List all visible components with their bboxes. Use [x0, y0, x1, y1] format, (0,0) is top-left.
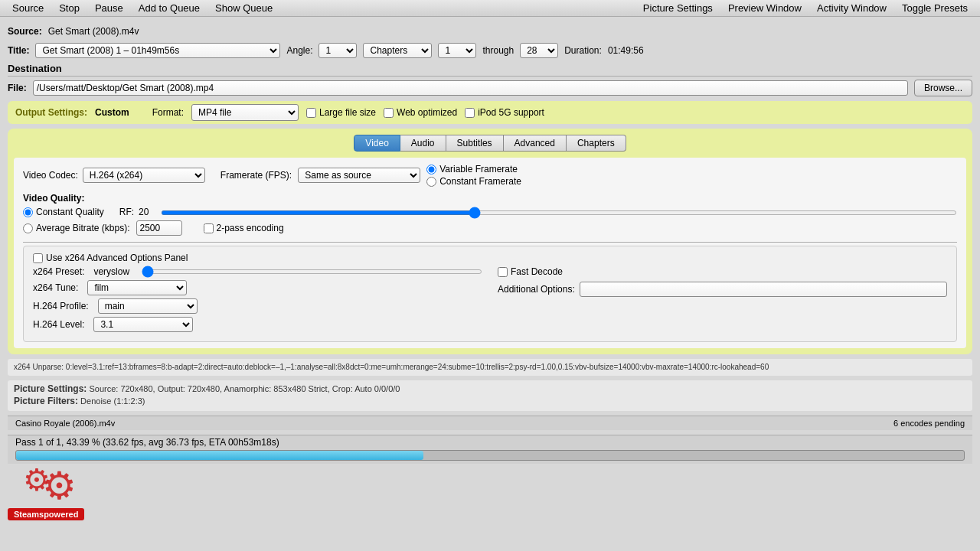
progress-bar-container — [15, 450, 965, 461]
gear-icon-container: ⚙ ⚙ — [15, 455, 77, 508]
source-row: Source: Get Smart (2008).m4v — [8, 24, 972, 38]
h264-profile-select[interactable]: main — [98, 298, 198, 314]
advanced-right: Fast Decode Additional Options: — [498, 266, 947, 335]
format-label: Format: — [152, 107, 184, 118]
menu-toggle-presets[interactable]: Toggle Presets — [896, 1, 974, 15]
output-settings-label: Output Settings: — [15, 107, 87, 118]
bitrate-input[interactable] — [136, 220, 182, 236]
file-label: File: — [8, 83, 27, 93]
constant-framerate-label[interactable]: Constant Framerate — [426, 176, 521, 187]
x264-tune-row: x264 Tune: film — [33, 280, 482, 295]
additional-options-label: Additional Options: — [498, 284, 575, 295]
source-label: Source: — [8, 26, 42, 37]
bottom-bar: Casino Royale (2006).m4v 6 encodes pendi… — [8, 416, 972, 430]
web-optimized-label[interactable]: Web optimized — [384, 107, 457, 118]
fps-section: Framerate (FPS): Same as source Variable… — [220, 164, 521, 187]
codec-fps-row: Video Codec: H.264 (x264) Framerate (FPS… — [23, 164, 957, 187]
menu-show-queue[interactable]: Show Queue — [209, 1, 279, 15]
fps-label: Framerate (FPS): — [220, 170, 292, 181]
tabs-container: Video Audio Subtitles Advanced Chapters … — [8, 129, 972, 354]
tab-audio[interactable]: Audio — [400, 135, 446, 152]
video-settings-panel: Video Codec: H.264 (x264) Framerate (FPS… — [14, 158, 966, 348]
fast-decode-label[interactable]: Fast Decode — [498, 266, 563, 277]
quality-section: Video Quality: Constant Quality RF: 20 — [23, 193, 957, 236]
fast-decode-row: Fast Decode — [498, 266, 947, 277]
x264-tune-label: x264 Tune: — [33, 282, 78, 293]
fast-decode-text: Fast Decode — [511, 266, 563, 277]
avg-bitrate-text: Average Bitrate (kbps): — [36, 223, 130, 233]
variable-framerate-radio[interactable] — [426, 165, 436, 174]
additional-options-input[interactable] — [580, 282, 947, 297]
through-label: through — [482, 45, 514, 56]
menu-stop[interactable]: Stop — [53, 1, 86, 15]
cmd-line: x264 Unparse: 0:level=3.1:ref=13:bframes… — [8, 359, 972, 376]
two-pass-label[interactable]: 2-pass encoding — [204, 223, 284, 233]
large-file-label[interactable]: Large file size — [306, 107, 376, 118]
tab-video[interactable]: Video — [354, 135, 400, 152]
fast-decode-checkbox[interactable] — [498, 267, 508, 277]
constant-framerate-radio[interactable] — [426, 177, 436, 187]
ipod-label[interactable]: iPod 5G support — [465, 107, 544, 118]
picture-settings-row: Picture Settings: Source: 720x480, Outpu… — [14, 383, 966, 394]
constant-quality-text: Constant Quality — [36, 207, 104, 217]
x264-panel-checkbox[interactable] — [33, 253, 43, 263]
picture-settings-label: Picture Settings: — [14, 383, 87, 394]
fps-select[interactable]: Same as source — [298, 168, 420, 183]
menu-preview-window[interactable]: Preview Window — [722, 1, 808, 15]
browse-button[interactable]: Browse... — [914, 80, 972, 96]
tab-chapters[interactable]: Chapters — [567, 135, 626, 152]
quality-slider-container — [161, 207, 957, 217]
menubar: Source Stop Pause Add to Queue Show Queu… — [0, 0, 980, 17]
pass-info: Pass 1 of 1, 43.39 % (33.62 fps, avg 36.… — [15, 437, 965, 448]
gear-front-icon: ⚙ — [23, 462, 51, 497]
quality-slider[interactable] — [161, 210, 957, 215]
x264-tune-select[interactable]: film — [87, 280, 187, 295]
constant-quality-radio[interactable] — [23, 207, 33, 217]
chapter-end-select[interactable]: 28 — [520, 43, 558, 58]
progress-section: Pass 1 of 1, 43.39 % (33.62 fps, avg 36.… — [8, 435, 972, 464]
h264-level-label: H.264 Level: — [33, 319, 84, 330]
h264-level-select[interactable]: 3.1 — [93, 317, 193, 332]
codec-select[interactable]: H.264 (x264) — [83, 168, 205, 183]
x264-panel-label[interactable]: Use x264 Advanced Options Panel — [33, 253, 188, 263]
title-select[interactable]: Get Smart (2008) 1 – 01h49m56s — [35, 43, 280, 58]
avg-bitrate-label[interactable]: Average Bitrate (kbps): — [23, 223, 130, 233]
menu-add-to-queue[interactable]: Add to Queue — [132, 1, 206, 15]
quality-options: Constant Quality RF: 20 — [23, 207, 149, 217]
picture-filters-label: Picture Filters: — [14, 396, 78, 406]
tab-subtitles[interactable]: Subtitles — [446, 135, 504, 152]
chapter-start-select[interactable]: 1 — [438, 43, 476, 58]
tab-advanced[interactable]: Advanced — [504, 135, 567, 152]
rf-row: RF: 20 — [119, 207, 149, 217]
menu-activity-window[interactable]: Activity Window — [811, 1, 893, 15]
avg-bitrate-row: Average Bitrate (kbps): 2-pass encoding — [23, 220, 957, 236]
avg-bitrate-radio[interactable] — [23, 223, 33, 233]
constant-quality-label[interactable]: Constant Quality — [23, 207, 104, 217]
menu-pause[interactable]: Pause — [89, 1, 129, 15]
info-section: Picture Settings: Source: 720x480, Outpu… — [8, 380, 972, 411]
source-value: Get Smart (2008).m4v — [48, 26, 139, 37]
format-select[interactable]: MP4 file — [191, 104, 299, 121]
x264-preset-label: x264 Preset: — [33, 266, 84, 277]
menu-picture-settings[interactable]: Picture Settings — [637, 1, 719, 15]
web-optimized-checkbox[interactable] — [384, 108, 394, 118]
x264-preset-slider[interactable] — [142, 269, 482, 274]
destination-header: Destination — [8, 63, 972, 77]
main-container: Source: Get Smart (2008).m4v Title: Get … — [0, 17, 980, 551]
advanced-two-col: x264 Preset: veryslow x264 Tune: film H.… — [33, 266, 947, 335]
web-optimized-text: Web optimized — [397, 107, 457, 118]
angle-label: Angle: — [286, 45, 312, 56]
picture-settings-value: Source: 720x480, Output: 720x480, Anamor… — [89, 384, 400, 393]
large-file-checkbox[interactable] — [306, 108, 316, 118]
file-input[interactable] — [33, 80, 908, 96]
title-row: Title: Get Smart (2008) 1 – 01h49m56s An… — [8, 43, 972, 58]
ipod-checkbox[interactable] — [465, 108, 475, 118]
menu-source[interactable]: Source — [6, 1, 50, 15]
two-pass-checkbox[interactable] — [204, 223, 214, 233]
variable-framerate-label[interactable]: Variable Framerate — [426, 164, 521, 174]
rf-label: RF: — [119, 207, 134, 217]
chapters-select[interactable]: Chapters — [363, 43, 432, 58]
picture-filters-row: Picture Filters: Denoise (1:1:2:3) — [14, 396, 966, 406]
advanced-left: x264 Preset: veryslow x264 Tune: film H.… — [33, 266, 482, 335]
angle-select[interactable]: 1 — [318, 43, 357, 58]
